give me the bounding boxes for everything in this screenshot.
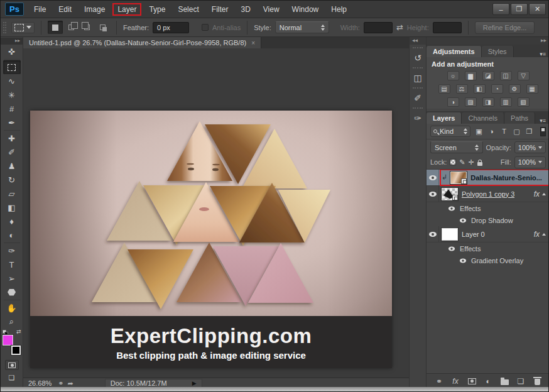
brush-tool[interactable]: ✐: [3, 145, 21, 159]
layer-thumbnail[interactable]: [442, 228, 458, 241]
refine-edge-button[interactable]: Refine Edge...: [475, 21, 535, 34]
default-colors-icon[interactable]: [3, 330, 7, 334]
new-selection-button[interactable]: [48, 21, 63, 34]
menu-item-image[interactable]: Image: [79, 3, 110, 16]
visibility-eye-icon[interactable]: [429, 232, 437, 237]
link-layers-icon[interactable]: ⚭: [435, 377, 443, 386]
collapse-effects-icon[interactable]: [542, 193, 546, 195]
menu-item-type[interactable]: Type: [144, 3, 170, 16]
type-tool[interactable]: T: [3, 258, 21, 271]
panel-menu-icon[interactable]: ▾≡: [540, 48, 549, 57]
intersect-selection-button[interactable]: [95, 21, 110, 34]
swap-width-height-icon[interactable]: ⇄: [396, 23, 403, 32]
posterize-icon[interactable]: ▨: [465, 97, 477, 107]
filter-kind-select[interactable]: Kind: [430, 126, 470, 137]
layer-thumbnail[interactable]: [442, 188, 458, 200]
layer-row-layer0[interactable]: Layer 0 fx: [427, 226, 549, 242]
share-icon[interactable]: ➦: [68, 379, 73, 388]
swap-colors-icon[interactable]: ⇄: [16, 329, 21, 335]
menu-item-view[interactable]: View: [258, 3, 285, 16]
blend-mode-select[interactable]: Screen: [430, 141, 483, 153]
screen-mode-button[interactable]: ❏: [5, 373, 19, 383]
fx-badge[interactable]: fx: [534, 190, 540, 199]
brightness-contrast-icon[interactable]: ☼: [447, 71, 459, 80]
history-brush-tool[interactable]: ↻: [3, 173, 21, 187]
spot-healing-brush-tool[interactable]: ✚: [3, 131, 21, 145]
width-input[interactable]: [364, 22, 393, 33]
effects-row[interactable]: Effects: [427, 242, 549, 254]
effects-row[interactable]: Effects: [427, 202, 549, 214]
canvas-image[interactable]: ExpertClipping.com Best clipping path & …: [30, 111, 392, 368]
foreground-color-swatch[interactable]: [3, 335, 13, 346]
background-color-swatch[interactable]: [11, 346, 21, 355]
layer-name[interactable]: Dallas-Nature-Senio...: [470, 174, 542, 182]
new-group-icon[interactable]: [501, 378, 509, 385]
zoom-tool[interactable]: ⌕: [3, 315, 21, 329]
menu-item-layer[interactable]: Layer: [112, 3, 141, 16]
fill-input[interactable]: 100%: [514, 156, 546, 168]
selective-color-icon[interactable]: ▧: [518, 97, 530, 107]
menu-item-3d[interactable]: 3D: [236, 3, 255, 16]
visibility-eye-icon[interactable]: [448, 206, 455, 210]
fx-badge[interactable]: fx: [534, 230, 540, 239]
dock-collapse-icon[interactable]: ◂◂: [410, 37, 426, 45]
eyedropper-tool[interactable]: ✒: [3, 116, 21, 129]
menu-item-window[interactable]: Window: [287, 3, 324, 16]
visibility-eye-icon[interactable]: [429, 175, 437, 180]
layers-panel-menu-icon[interactable]: ▾≡: [540, 115, 549, 124]
effect-gradient-overlay-row[interactable]: Gradient Overlay: [427, 254, 549, 266]
lasso-tool[interactable]: ∿: [3, 74, 21, 88]
menu-item-edit[interactable]: Edit: [53, 3, 77, 16]
exposure-icon[interactable]: ◫: [500, 71, 512, 80]
lock-transparency-icon[interactable]: [450, 159, 456, 165]
filter-toggle-switch[interactable]: [540, 127, 546, 136]
pen-tool[interactable]: ✑: [3, 244, 21, 258]
status-arrow-icon[interactable]: ▶: [192, 380, 197, 386]
opacity-input[interactable]: 100%: [514, 141, 546, 153]
shape-tool[interactable]: [3, 285, 21, 299]
gradient-tool[interactable]: ◧: [3, 200, 21, 214]
tab-adjustments[interactable]: Adjustments: [427, 46, 482, 57]
add-to-selection-button[interactable]: [63, 21, 79, 34]
visibility-eye-icon[interactable]: [460, 218, 466, 222]
network-status-icon[interactable]: ⚭: [58, 379, 63, 388]
hand-tool[interactable]: ✋: [3, 301, 21, 315]
curves-icon[interactable]: ◪: [482, 71, 494, 80]
feather-input[interactable]: 0 px: [153, 22, 189, 33]
quick-mask-button[interactable]: [5, 360, 19, 370]
lock-paint-icon[interactable]: ✎: [459, 158, 465, 166]
layer-name[interactable]: Layer 0: [462, 231, 485, 238]
collapse-effects-icon[interactable]: [542, 233, 546, 236]
menu-item-help[interactable]: Help: [326, 3, 352, 16]
add-layer-mask-icon[interactable]: [468, 378, 476, 384]
lock-position-icon[interactable]: ✛: [469, 158, 474, 166]
visibility-eye-icon[interactable]: [429, 192, 437, 197]
clone-stamp-tool[interactable]: ♟: [3, 159, 21, 173]
panels-expand-icon[interactable]: ▸▸: [427, 37, 549, 45]
levels-icon[interactable]: ▆: [465, 71, 477, 80]
crop-tool[interactable]: #: [3, 102, 21, 116]
rectangular-marquee-tool[interactable]: [3, 60, 21, 74]
document-tab[interactable]: Untitled-1.psd @ 26.7% (Dallas-Nature-Se…: [23, 37, 261, 48]
vibrance-icon[interactable]: ▽: [518, 71, 530, 80]
close-button[interactable]: ✕: [529, 3, 546, 15]
filter-shape-layers-icon[interactable]: ▢: [511, 126, 522, 136]
dodge-tool[interactable]: ◐: [3, 228, 21, 242]
delete-layer-icon[interactable]: [533, 377, 541, 385]
brush-panel-icon[interactable]: ✐: [410, 91, 425, 105]
document-sizes-field[interactable]: Doc: 10.5M/12.7M ▶: [105, 379, 202, 388]
menu-item-file[interactable]: File: [29, 3, 51, 16]
filter-smart-objects-icon[interactable]: ❐: [524, 126, 535, 136]
tab-layers[interactable]: Layers: [427, 112, 462, 124]
minimize-button[interactable]: –: [492, 3, 509, 15]
clone-source-panel-icon[interactable]: ◫: [410, 71, 425, 85]
brush-presets-panel-icon[interactable]: ✑: [410, 111, 425, 125]
tab-channels[interactable]: Channels: [462, 112, 504, 124]
visibility-eye-icon[interactable]: [448, 246, 455, 251]
layer-thumbnail[interactable]: [450, 172, 467, 184]
photo-filter-icon[interactable]: ◔: [491, 84, 503, 94]
move-tool[interactable]: ✜: [3, 45, 21, 58]
filter-pixel-layers-icon[interactable]: ▣: [474, 126, 484, 136]
style-select[interactable]: Normal: [275, 21, 329, 33]
layer-name[interactable]: Polygon 1 copy 3: [462, 190, 514, 198]
